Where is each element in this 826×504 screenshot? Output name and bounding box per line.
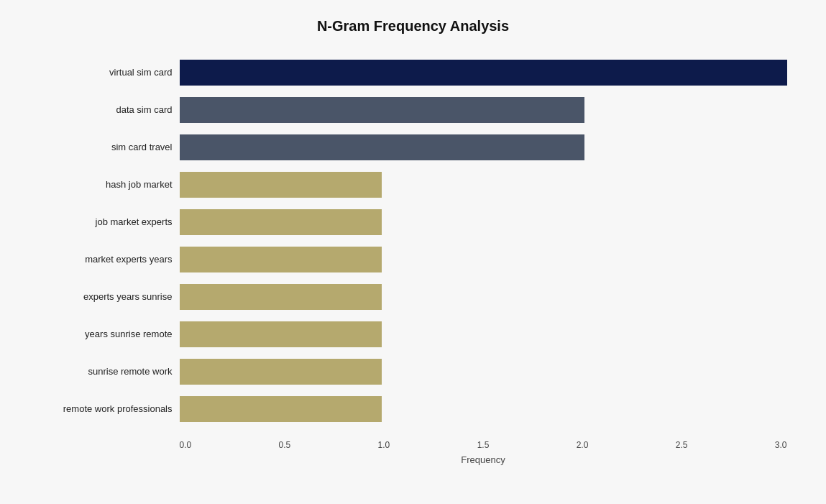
x-tick: 0.5 (279, 440, 291, 450)
bar-row: sim card travel (40, 131, 787, 164)
bar-track (180, 209, 787, 235)
bar-fill (180, 172, 382, 198)
chart-title: N-Gram Frequency Analysis (40, 18, 787, 35)
bar-track (180, 247, 787, 272)
bar-row: data sim card (40, 93, 787, 127)
x-axis-label: Frequency (180, 454, 787, 465)
bar-track (180, 60, 787, 86)
bar-row: experts years sunrise (40, 280, 787, 313)
bar-track (180, 321, 787, 347)
bar-track (180, 396, 787, 422)
bar-label: experts years sunrise (40, 291, 180, 302)
bar-fill (180, 284, 382, 310)
bar-row: years sunrise remote (40, 318, 787, 351)
x-axis: 0.00.51.01.52.02.53.0 Frequency (180, 440, 787, 465)
bar-label: virtual sim card (40, 67, 180, 78)
x-tick: 1.5 (477, 440, 490, 450)
bar-track (180, 284, 787, 310)
bar-fill (180, 97, 584, 123)
bar-fill (180, 247, 382, 272)
bar-fill (180, 134, 584, 160)
bar-label: hash job market (40, 179, 180, 190)
bar-fill (180, 321, 382, 347)
x-tick: 3.0 (775, 440, 787, 450)
x-tick: 0.0 (180, 440, 192, 450)
bar-fill (180, 60, 787, 86)
bar-row: sunrise remote work (40, 355, 787, 388)
bar-track (180, 97, 787, 123)
bar-row: virtual sim card (40, 56, 787, 89)
x-tick: 1.0 (378, 440, 390, 450)
bar-row: remote work professionals (40, 393, 787, 426)
bar-row: market experts years (40, 243, 787, 276)
bar-label: remote work professionals (40, 403, 180, 414)
bar-label: years sunrise remote (40, 329, 180, 339)
bar-label: sim card travel (40, 142, 180, 152)
bar-label: data sim card (40, 104, 180, 115)
chart-area: virtual sim carddata sim cardsim card tr… (40, 49, 787, 437)
bar-row: job market experts (40, 206, 787, 239)
chart-container: N-Gram Frequency Analysis virtual sim ca… (18, 4, 809, 501)
x-tick: 2.5 (676, 440, 688, 450)
bar-label: market experts years (40, 254, 180, 265)
bar-track (180, 359, 787, 385)
bar-track (180, 172, 787, 198)
bar-track (180, 134, 787, 160)
bar-fill (180, 396, 382, 422)
bar-fill (180, 359, 382, 385)
x-tick: 2.0 (577, 440, 589, 450)
bar-label: job market experts (40, 216, 180, 227)
bar-fill (180, 209, 382, 235)
bar-row: hash job market (40, 168, 787, 201)
bar-label: sunrise remote work (40, 366, 180, 377)
